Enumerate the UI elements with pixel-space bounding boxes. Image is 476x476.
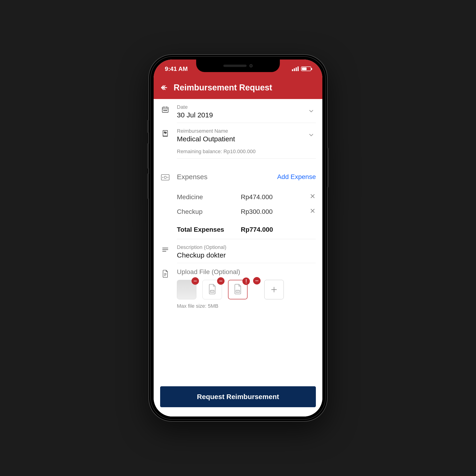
pdf-icon: PDF (207, 284, 217, 296)
notch (196, 60, 280, 72)
back-button[interactable] (160, 84, 168, 92)
name-row[interactable]: Rp Reimbursement Name Medical Outpatient… (154, 123, 322, 158)
name-value: Medical Outpatient (177, 135, 306, 143)
expense-row: Checkup Rp300.000 (177, 207, 316, 216)
calendar-icon (160, 104, 170, 113)
battery-icon (301, 67, 311, 71)
upload-tile-zip-error[interactable]: ZIP ! (228, 280, 248, 299)
remove-badge-icon[interactable]: − (253, 277, 261, 285)
date-row[interactable]: Date 30 Jul 2019 (154, 99, 322, 123)
upload-tile-image[interactable]: − (254, 280, 258, 299)
receipt-icon: Rp (160, 128, 170, 137)
remove-badge-icon[interactable]: − (191, 277, 199, 285)
svg-text:Rp: Rp (164, 131, 167, 134)
phone-frame: 9:41 AM Reimbursement Request (149, 54, 327, 422)
submit-button[interactable]: Request Reimbursement (160, 386, 316, 407)
mute-switch (147, 120, 149, 133)
upload-tile-image[interactable]: − (177, 280, 196, 299)
expense-amount: Rp300.000 (241, 208, 309, 215)
date-label: Date (177, 104, 306, 110)
signal-icon (292, 67, 299, 71)
upload-section: Upload File (Optional) − PDF − (154, 263, 322, 309)
total-value: Rp774.000 (241, 226, 273, 233)
svg-point-13 (162, 177, 163, 178)
svg-rect-2 (162, 107, 168, 113)
date-value: 30 Jul 2019 (177, 111, 306, 119)
expenses-section: Expenses Add Expense Medicine Rp474.000 (154, 168, 322, 239)
expense-name: Medicine (177, 193, 241, 201)
bottom-bar: Request Reimbursement (154, 381, 322, 416)
power-button (327, 148, 329, 187)
expense-name: Checkup (177, 208, 241, 215)
svg-point-8 (166, 110, 167, 111)
upload-label: Upload File (Optional) (177, 268, 316, 276)
text-icon (160, 244, 170, 254)
svg-text:ZIP: ZIP (237, 290, 239, 292)
expenses-title: Expenses (177, 173, 277, 181)
money-icon (160, 173, 170, 180)
file-icon (160, 268, 170, 278)
status-time: 9:41 AM (165, 65, 188, 72)
description-value: Checkup dokter (177, 251, 316, 259)
upload-tile-pdf[interactable]: PDF − (203, 280, 222, 299)
screen: 9:41 AM Reimbursement Request (154, 60, 322, 416)
remove-badge-icon[interactable]: − (217, 277, 224, 285)
add-file-button[interactable] (264, 280, 284, 299)
description-label: Description (Optional) (177, 244, 316, 250)
total-label: Total Expenses (177, 226, 241, 233)
chevron-down-icon (306, 132, 316, 139)
page-title: Reimbursement Request (174, 83, 272, 92)
description-row[interactable]: Description (Optional) Checkup dokter (154, 239, 322, 263)
balance-hint: Remaining balance: Rp10.000.000 (177, 145, 316, 154)
upload-hint: Max file size: 5MB (177, 303, 316, 309)
zip-icon: ZIP (233, 284, 242, 296)
remove-expense-button[interactable] (309, 193, 316, 201)
svg-point-6 (164, 110, 164, 111)
expense-row: Medicine Rp474.000 (177, 193, 316, 201)
volume-down (147, 173, 149, 199)
error-badge-icon[interactable]: ! (242, 277, 250, 285)
remove-expense-button[interactable] (309, 207, 316, 216)
name-label: Reimbursement Name (177, 128, 306, 134)
svg-text:PDF: PDF (211, 290, 214, 292)
svg-point-7 (165, 110, 166, 111)
chevron-down-icon (306, 108, 316, 115)
total-row: Total Expenses Rp774.000 (177, 222, 316, 233)
svg-point-14 (168, 177, 168, 178)
expense-amount: Rp474.000 (241, 193, 309, 201)
add-expense-button[interactable]: Add Expense (277, 173, 316, 181)
volume-up (147, 143, 149, 169)
content-area: Date 30 Jul 2019 Rp (154, 99, 322, 381)
app-bar: Reimbursement Request (154, 78, 322, 99)
svg-point-12 (164, 176, 166, 178)
